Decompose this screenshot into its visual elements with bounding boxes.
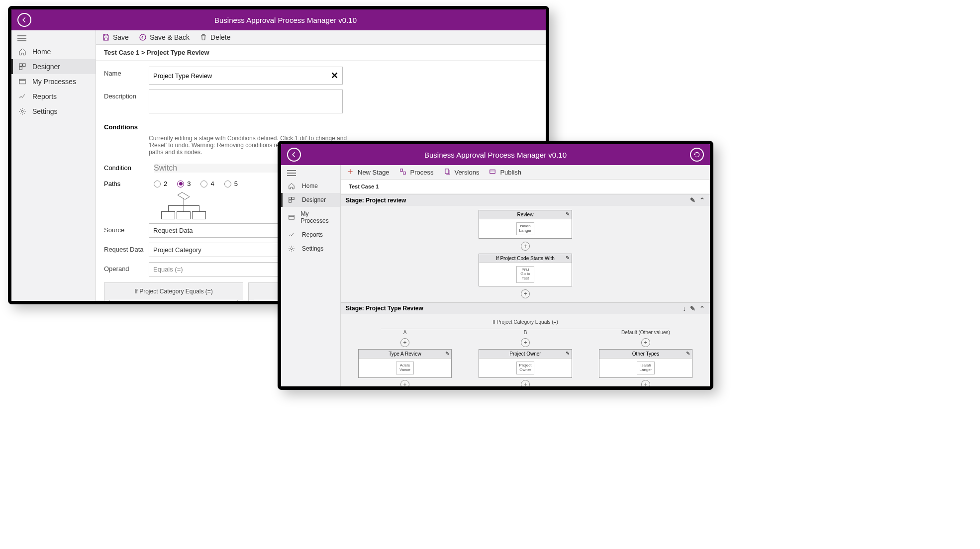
- node-assignee: Adele Vance: [396, 362, 414, 374]
- save-back-button[interactable]: Save & Back: [139, 33, 190, 41]
- sidebar-item-my-processes[interactable]: My Processes: [11, 74, 96, 89]
- tool-label: New Stage: [358, 169, 390, 176]
- chevron-left-icon: [21, 16, 28, 23]
- tool-label: Publish: [500, 169, 521, 176]
- publish-button[interactable]: Publish: [489, 168, 521, 176]
- paths-radio-5[interactable]: 5: [224, 180, 238, 187]
- switch-type-select[interactable]: Static value ⌵: [109, 300, 238, 301]
- sidebar-item-label: Home: [32, 48, 51, 56]
- svg-rect-2: [19, 67, 22, 70]
- add-node-button[interactable]: +: [521, 242, 530, 251]
- designer-icon: [18, 63, 27, 71]
- delete-button[interactable]: Delete: [199, 33, 230, 41]
- branch-default: Default (Other values) + Other Types✎ Is…: [599, 329, 692, 386]
- edit-icon[interactable]: ✎: [686, 351, 690, 356]
- versions-button[interactable]: Versions: [444, 168, 480, 176]
- switch-card-a: If Project Category Equals (=) Static va…: [104, 282, 243, 301]
- process-icon: [399, 168, 407, 176]
- radio-label: 3: [187, 180, 191, 187]
- sidebar-item-reports[interactable]: Reports: [11, 89, 96, 104]
- sidebar-item-label: My Processes: [32, 78, 76, 86]
- edit-icon[interactable]: ✎: [690, 305, 695, 312]
- svg-rect-13: [445, 169, 448, 174]
- hamburger-menu[interactable]: [281, 167, 340, 179]
- clear-icon[interactable]: ✕: [331, 70, 338, 81]
- node-title: Review: [517, 212, 534, 217]
- node-project-owner[interactable]: Project Owner✎ Project Owner: [479, 349, 572, 378]
- tool-label: Versions: [455, 169, 480, 176]
- sidebar-item-reports[interactable]: Reports: [281, 228, 340, 242]
- paths-radio-3[interactable]: 3: [177, 180, 191, 187]
- stage-title: Stage: Project Type Review: [346, 305, 423, 312]
- add-node-button[interactable]: +: [641, 380, 650, 386]
- node-assignee: Isaiah Langer: [516, 222, 534, 235]
- operand-value: Equals (=): [153, 266, 183, 273]
- sidebar-item-designer[interactable]: Designer: [281, 193, 340, 207]
- stage-header: Stage: Project review ✎ ⌃: [341, 194, 710, 206]
- svg-rect-11: [400, 169, 402, 172]
- sidebar-item-home[interactable]: Home: [281, 179, 340, 193]
- sidebar: Home Designer My Processes Reports Setti…: [281, 165, 341, 386]
- paths-radio-2[interactable]: 2: [154, 180, 167, 187]
- add-node-button[interactable]: +: [521, 289, 530, 298]
- add-node-button[interactable]: +: [521, 338, 530, 347]
- svg-point-4: [21, 110, 23, 112]
- tool-label: Save & Back: [150, 33, 190, 41]
- process-button[interactable]: Process: [399, 168, 434, 176]
- back-button[interactable]: [287, 148, 301, 162]
- node-other-types[interactable]: Other Types✎ Isaiah Langer: [599, 349, 692, 378]
- collapse-icon[interactable]: ⌃: [699, 196, 705, 204]
- processes-icon: [18, 78, 27, 86]
- save-button[interactable]: Save: [102, 33, 129, 41]
- titlebar: Business Approval Process Manager v0.10: [281, 144, 710, 165]
- description-input[interactable]: [149, 90, 343, 113]
- collapse-icon[interactable]: ⌃: [699, 305, 705, 312]
- sidebar-item-settings[interactable]: Settings: [11, 104, 96, 119]
- refresh-button[interactable]: [690, 148, 704, 162]
- designer-canvas: Stage: Project review ✎ ⌃ Review✎ Isaiah…: [341, 194, 710, 386]
- home-icon: [288, 183, 297, 189]
- sidebar-item-designer[interactable]: Designer: [11, 59, 96, 74]
- edit-icon[interactable]: ✎: [566, 255, 570, 261]
- operand-label: Operand: [104, 262, 149, 273]
- node-condition[interactable]: If Project Code Starts With✎ PRJ Go to T…: [479, 254, 572, 286]
- back-button[interactable]: [17, 13, 31, 27]
- sidebar-item-settings[interactable]: Settings: [281, 242, 340, 256]
- edit-icon[interactable]: ✎: [445, 351, 449, 356]
- add-node-button[interactable]: +: [400, 338, 409, 347]
- sidebar-item-label: Home: [302, 183, 318, 189]
- name-label: Name: [104, 67, 149, 77]
- radio-icon: [177, 181, 184, 187]
- branch-label: A: [403, 330, 407, 335]
- add-node-button[interactable]: +: [521, 380, 530, 386]
- save-icon: [102, 33, 110, 41]
- add-node-button[interactable]: +: [400, 380, 409, 386]
- sidebar-item-my-processes[interactable]: My Processes: [281, 207, 340, 228]
- tree-diagram: [154, 192, 213, 219]
- designer-icon: [288, 196, 297, 203]
- window-process-designer: Business Approval Process Manager v0.10 …: [278, 141, 713, 390]
- edit-icon[interactable]: ✎: [566, 351, 570, 356]
- sidebar-item-label: Reports: [32, 92, 57, 100]
- sidebar-item-home[interactable]: Home: [11, 44, 96, 59]
- new-stage-button[interactable]: New Stage: [347, 168, 390, 176]
- app-title: Business Approval Process Manager v0.10: [301, 151, 690, 159]
- node-type-a-review[interactable]: Type A Review✎ Adele Vance: [358, 349, 452, 378]
- add-node-button[interactable]: +: [641, 338, 650, 347]
- node-assignee: Isaiah Langer: [637, 362, 655, 374]
- svg-rect-0: [19, 64, 22, 66]
- plus-icon: [347, 168, 355, 176]
- move-down-icon[interactable]: ↓: [683, 305, 686, 312]
- name-input[interactable]: Project Type Review ✕: [149, 67, 343, 85]
- paths-radio-4[interactable]: 4: [200, 180, 214, 187]
- node-assignee: Project Owner: [516, 362, 534, 374]
- switch-card-header: If Project Category Equals (=): [109, 288, 238, 295]
- hamburger-menu[interactable]: [11, 32, 96, 44]
- edit-icon[interactable]: ✎: [690, 196, 695, 204]
- node-review[interactable]: Review✎ Isaiah Langer: [479, 210, 572, 239]
- reports-icon: [288, 231, 297, 238]
- svg-rect-8: [289, 200, 292, 203]
- svg-point-10: [291, 248, 293, 250]
- request-data-label: Request Data: [104, 243, 149, 253]
- edit-icon[interactable]: ✎: [566, 211, 570, 217]
